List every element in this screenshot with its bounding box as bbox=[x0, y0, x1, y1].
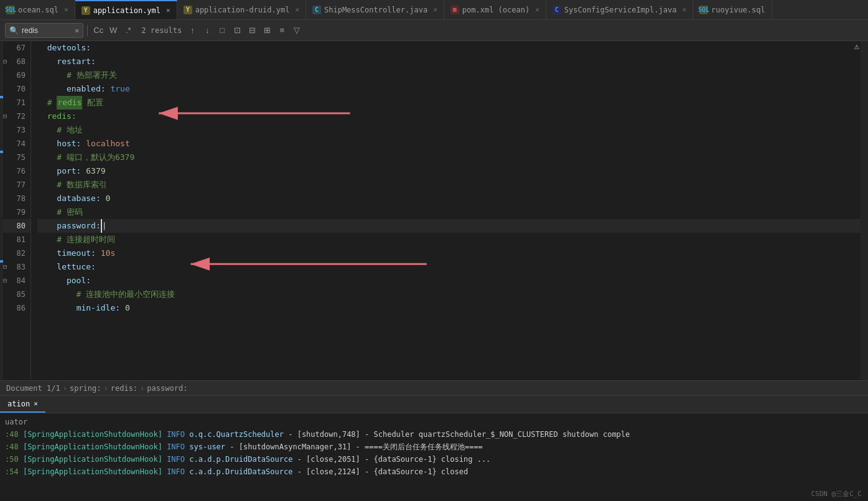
token-indent bbox=[37, 110, 47, 123]
tab-close-shipmesscontroller[interactable]: ✕ bbox=[433, 6, 437, 14]
line-num-74: 74 bbox=[3, 137, 30, 151]
tab-ocean-sql[interactable]: SQLocean.sql✕ bbox=[0, 0, 75, 19]
search-word-button[interactable]: W bbox=[106, 24, 120, 37]
code-line-68: restart: bbox=[37, 55, 861, 68]
token-redis-hl: redis bbox=[57, 96, 82, 110]
token-comment: # 连接超时时间 bbox=[37, 233, 115, 246]
evaluator-label: uator bbox=[5, 416, 863, 428]
token-space bbox=[81, 164, 86, 178]
token-key: port: bbox=[57, 164, 81, 178]
search-input[interactable] bbox=[22, 26, 72, 35]
console-line: :48 [SpringApplicationShutdownHook] INFO… bbox=[5, 441, 863, 453]
tab-close-application-druid-yml[interactable]: ✕ bbox=[295, 6, 299, 14]
code-line-76: port: 6379 bbox=[37, 164, 861, 178]
toggle-button-5[interactable]: ≡ bbox=[275, 24, 289, 37]
toggle-button-2[interactable]: ⊡ bbox=[230, 24, 244, 37]
token-indent bbox=[37, 82, 67, 96]
search-divider bbox=[87, 25, 88, 36]
tab-close-pom-xml[interactable]: ✕ bbox=[535, 6, 539, 14]
tab-icon-application-druid-yml: Y bbox=[184, 6, 192, 14]
toggle-button-4[interactable]: ⊞ bbox=[260, 24, 274, 37]
line-num-86: 86 bbox=[3, 301, 30, 315]
line-num-70: 70 bbox=[3, 82, 30, 96]
token-key: lettuce: bbox=[57, 260, 96, 274]
line-num-71: 71 bbox=[3, 96, 30, 110]
token-key: password: bbox=[57, 219, 100, 233]
bottom-tab-application[interactable]: ation ✕ bbox=[0, 396, 45, 413]
search-input-wrap[interactable]: 🔍 ✕ bbox=[5, 23, 83, 38]
token-indent bbox=[37, 219, 57, 233]
code-line-72: redis: bbox=[37, 110, 861, 123]
next-result-button[interactable]: ↓ bbox=[200, 24, 214, 37]
bottom-tab-close[interactable]: ✕ bbox=[34, 400, 38, 408]
token-comment-redis: # bbox=[37, 96, 57, 110]
tab-close-ocean-sql[interactable]: ✕ bbox=[64, 6, 68, 14]
search-clear-button[interactable]: ✕ bbox=[75, 26, 79, 35]
tab-close-sysconfigserviceimpl[interactable]: ✕ bbox=[682, 6, 686, 14]
code-line-74: host: localhost bbox=[37, 137, 861, 151]
warning-icon: ⚠ bbox=[854, 41, 859, 51]
tab-close-application-yml[interactable]: ✕ bbox=[166, 6, 170, 14]
token-key: pool: bbox=[67, 274, 91, 288]
tab-label-ocean-sql: ocean.sql bbox=[18, 6, 58, 14]
tab-icon-ocean-sql: SQL bbox=[6, 6, 15, 14]
line-num-75: 75 bbox=[3, 151, 30, 164]
code-line-70: enabled: true bbox=[37, 82, 861, 96]
tab-pom-xml[interactable]: mpom.xml (ocean)✕ bbox=[444, 0, 546, 19]
token-redis-key: redis: bbox=[47, 110, 77, 123]
token-comment: # 密码 bbox=[37, 205, 83, 219]
console-line: :54 [SpringApplicationShutdownHook] INFO… bbox=[5, 466, 863, 478]
token-comment: 配置 bbox=[82, 96, 103, 110]
code-line-77: # 数据库索引 bbox=[37, 178, 861, 192]
fold-icon-84[interactable]: ⊟ bbox=[3, 274, 7, 288]
tab-sysconfigserviceimpl[interactable]: CSysConfigServiceImpl.java✕ bbox=[546, 0, 693, 19]
search-regex-button[interactable]: .* bbox=[121, 24, 135, 37]
scrollbar-track[interactable] bbox=[861, 41, 868, 380]
token-space bbox=[81, 137, 86, 151]
editor-area: 67⊟68697071⊟7273747576777879808182⊟83⊟84… bbox=[0, 41, 868, 380]
toggle-button-3[interactable]: ⊟ bbox=[245, 24, 259, 37]
token-comment: # 热部署开关 bbox=[37, 68, 117, 82]
tab-ruoyivue-sql[interactable]: SQLruoyivue.sql bbox=[693, 0, 772, 19]
fold-icon-83[interactable]: ⊟ bbox=[3, 260, 7, 274]
line-numbers: 67⊟68697071⊟7273747576777879808182⊟83⊟84… bbox=[3, 41, 31, 380]
code-line-69: # 热部署开关 bbox=[37, 68, 861, 82]
tab-application-druid-yml[interactable]: Yapplication-druid.yml✕ bbox=[177, 0, 306, 19]
token-comment: # 连接池中的最小空闲连接 bbox=[37, 288, 175, 301]
token-indent bbox=[37, 274, 67, 288]
line-num-79: 79 bbox=[3, 205, 30, 219]
token-key: devtools: bbox=[47, 41, 91, 55]
tab-icon-pom-xml: m bbox=[450, 6, 459, 14]
tab-shipmesscontroller[interactable]: CShipMessController.java✕ bbox=[306, 0, 444, 19]
code-line-82: timeout: 10s bbox=[37, 246, 861, 260]
line-num-81: 81 bbox=[3, 233, 30, 246]
tab-label-application-yml: application.yml bbox=[93, 6, 161, 15]
fold-icon-72[interactable]: ⊟ bbox=[3, 110, 7, 123]
code-editor[interactable]: devtools: restart: # 热部署开关 enabled: true… bbox=[31, 41, 861, 380]
token-key: database: bbox=[57, 192, 100, 205]
token-key: restart: bbox=[57, 55, 96, 68]
token-cursor: | bbox=[101, 219, 107, 233]
search-case-button[interactable]: Cc bbox=[91, 24, 105, 37]
breadcrumb-password: password: bbox=[147, 384, 187, 393]
prev-result-button[interactable]: ↑ bbox=[185, 24, 199, 37]
fold-icon-68[interactable]: ⊟ bbox=[3, 55, 7, 68]
token-indent bbox=[37, 301, 77, 315]
token-indent bbox=[37, 41, 47, 55]
token-num: 0 bbox=[106, 192, 111, 205]
code-line-80: password:| bbox=[37, 219, 861, 233]
code-line-85: # 连接池中的最小空闲连接 bbox=[37, 288, 861, 301]
code-line-71: # redis 配置 bbox=[37, 96, 861, 110]
tab-icon-sysconfigserviceimpl: C bbox=[553, 6, 561, 14]
filter-button[interactable]: ▽ bbox=[290, 24, 304, 37]
bottom-panel: ation ✕ uator :48 [SpringApplicationShut… bbox=[0, 395, 868, 501]
code-line-78: database: 0 bbox=[37, 192, 861, 205]
code-line-75: # 端口，默认为6379 bbox=[37, 151, 861, 164]
tab-icon-ruoyivue-sql: SQL bbox=[699, 6, 708, 14]
tab-application-yml[interactable]: Yapplication.yml✕ bbox=[75, 0, 177, 19]
token-space bbox=[101, 192, 106, 205]
token-key: enabled: bbox=[67, 82, 106, 96]
token-bool: true bbox=[110, 82, 129, 96]
line-num-80: 80 bbox=[3, 219, 30, 233]
toggle-button-1[interactable]: □ bbox=[215, 24, 229, 37]
